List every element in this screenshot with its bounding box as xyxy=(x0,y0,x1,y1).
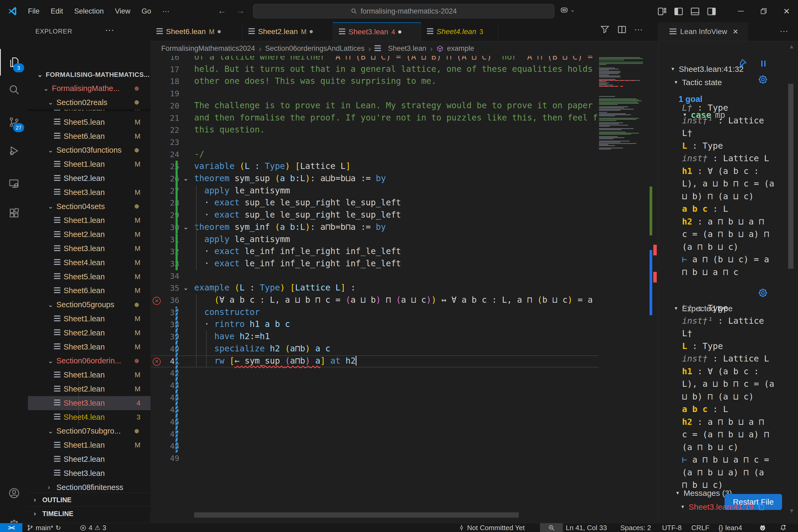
breadcrumb-item-3[interactable]: example xyxy=(447,44,474,53)
code-line-39[interactable]: 39 have h2:=h1 xyxy=(151,331,598,343)
tree-file-sheet1lean[interactable]: Sheet1.leanM xyxy=(28,438,151,452)
code-line-18[interactable]: 18other one does! This was quite surpris… xyxy=(151,76,598,88)
activity-source-control-icon[interactable]: 27 xyxy=(0,109,28,135)
tree-file-sheet1lean[interactable]: Sheet1.leanM xyxy=(28,312,151,326)
code-editor[interactable]: 16of a lattice where neither `A ⊓ (B ⊔ C… xyxy=(151,56,598,512)
menu-item-5[interactable]: ··· xyxy=(157,0,175,22)
tree-file-sheet4lean[interactable]: Sheet4.leanM xyxy=(28,255,151,270)
nav-forward-icon[interactable]: → xyxy=(236,6,245,16)
code-line-28[interactable]: 28 · exact sup_le le_sup_right le_sup_le… xyxy=(151,197,598,209)
tree-folder-section03functions[interactable]: ⌄Section03functions xyxy=(28,143,151,157)
infoview-scrollbar[interactable] xyxy=(788,84,794,269)
tree-folder-section02reals[interactable]: ⌄Section02reals xyxy=(28,95,151,110)
tab-sheet3lean[interactable]: Sheet3.lean4 xyxy=(333,22,421,41)
activity-run-debug-icon[interactable] xyxy=(0,137,28,164)
fold-chevron-icon[interactable]: ⌄ xyxy=(183,284,189,291)
code-line-37[interactable]: 37 constructor xyxy=(151,307,598,319)
tree-file-sheet3lean[interactable]: Sheet3.lean4 xyxy=(28,396,151,410)
infoview-tab[interactable]: Lean InfoView ✕ xyxy=(658,22,748,41)
tree-file-sheet1lean[interactable]: Sheet1.leanM xyxy=(28,213,151,227)
scroll-down-icon[interactable]: ▼ xyxy=(789,508,795,514)
tree-file-sheet1lean[interactable]: Sheet1.leanM xyxy=(28,368,151,382)
code-line-34[interactable]: 34 xyxy=(151,270,598,283)
scroll-up-icon[interactable]: ▲ xyxy=(789,43,795,50)
code-line-35[interactable]: 35⌄example (L : Type) [Lattice L] : xyxy=(151,282,598,294)
account-icon[interactable] xyxy=(0,480,28,507)
activity-explorer-icon[interactable]: 3 xyxy=(0,49,28,76)
messages-header[interactable]: ▼ Messages (3) xyxy=(676,487,732,499)
tree-file-sheet1lean[interactable]: Sheet1.leanM xyxy=(28,157,151,171)
code-line-19[interactable]: 19 xyxy=(151,88,598,100)
tree-file-sheet3lean[interactable]: Sheet3.leanM xyxy=(28,185,151,200)
tree-folder-formalisingmathe[interactable]: ⌄FormalisingMathe... xyxy=(28,81,151,95)
dirty-dot-icon[interactable] xyxy=(398,30,401,34)
nav-back-icon[interactable]: ← xyxy=(217,6,226,16)
language-mode-item[interactable]: {} lean4 xyxy=(719,523,742,532)
settings-gear-icon[interactable] xyxy=(757,74,768,85)
tree-file-sheet2lean[interactable]: Sheet2.lean xyxy=(28,452,151,466)
code-line-44[interactable]: 44 xyxy=(151,392,598,404)
commit-status-item[interactable]: Not Committed Yet xyxy=(458,523,525,532)
eol-item[interactable]: CRLF xyxy=(691,523,709,532)
code-line-21[interactable]: 21and then formalise the proof. If you'r… xyxy=(151,112,598,125)
menu-item-0[interactable]: File xyxy=(22,0,45,22)
code-line-43[interactable]: 43 xyxy=(151,380,598,392)
editor-more-icon[interactable]: ··· xyxy=(634,24,643,34)
code-line-42[interactable]: 42 xyxy=(151,367,598,380)
breadcrumb-item-2[interactable]: Sheet3.lean xyxy=(388,44,426,53)
tree-file-sheet5lean[interactable]: Sheet5.leanM xyxy=(28,115,151,129)
settings-gear-icon[interactable] xyxy=(757,287,768,299)
pause-icon[interactable] xyxy=(759,59,768,68)
horizontal-scrollbar[interactable] xyxy=(194,512,519,518)
github-item[interactable] xyxy=(759,523,766,532)
tree-file-sheet3lean[interactable]: Sheet3.leanM xyxy=(28,340,151,354)
toggle-secondary-sidebar-icon[interactable] xyxy=(706,6,717,17)
window-minimize-icon[interactable] xyxy=(729,0,752,22)
tree-file-sheet2lean[interactable]: Sheet2.leanM xyxy=(28,382,151,396)
code-line-48[interactable]: 48 xyxy=(151,440,598,453)
tree-file-sheet4lean[interactable]: Sheet4.lean3 xyxy=(28,410,151,424)
remote-indicator[interactable]: >< xyxy=(0,523,22,532)
tree-root[interactable]: ⌄FORMALISING-MATHEMATICS... xyxy=(28,68,151,82)
code-line-38[interactable]: 38 · rintro h1 a b c xyxy=(151,319,598,331)
tree-file-sheet2lean[interactable]: Sheet2.leanM xyxy=(28,227,151,242)
tree-file-sheet3lean[interactable]: Sheet3.lean xyxy=(28,466,151,480)
indentation-item[interactable]: Spaces: 2 xyxy=(620,523,651,532)
code-line-27[interactable]: 27 apply le_antisymm xyxy=(151,185,598,197)
dirty-dot-icon[interactable] xyxy=(217,30,221,33)
tree-file-sheet5lean[interactable]: Sheet5.leanM xyxy=(28,270,151,284)
outline-section-header[interactable]: › OUTLINE xyxy=(28,493,151,507)
breadcrumb-item-0[interactable]: FormalisingMathematics2024 xyxy=(161,44,255,53)
copilot-icon[interactable]: ⌄ xyxy=(560,5,575,14)
code-line-20[interactable]: 20The challenge is to prove it in Lean. … xyxy=(151,100,598,112)
zoom-indicator[interactable] xyxy=(540,523,563,532)
toggle-primary-sidebar-icon[interactable] xyxy=(673,6,684,17)
timeline-section-header[interactable]: › TIMELINE xyxy=(28,507,151,520)
code-line-46[interactable]: 46 xyxy=(151,416,598,428)
cursor-position-item[interactable]: Ln 41, Col 33 xyxy=(566,523,607,532)
fold-chevron-icon[interactable]: ⌄ xyxy=(183,174,189,182)
code-line-33[interactable]: 33 · exact le_inf inf_le_right inf_le_le… xyxy=(151,258,598,270)
window-restore-icon[interactable] xyxy=(752,0,775,22)
tree-file-sheet6lean[interactable]: Sheet6.leanM xyxy=(28,284,151,298)
minimap[interactable] xyxy=(598,56,644,512)
code-line-41[interactable]: ✕41 rw [← sym_sup (a⊓b) a] at h2 xyxy=(151,355,598,367)
tree-folder-section07subgro[interactable]: ⌄Section07subgro... xyxy=(28,424,151,438)
customize-layout-icon[interactable] xyxy=(657,6,667,17)
tactic-state-header[interactable]: ▼ Tactic state xyxy=(674,76,722,89)
code-line-47[interactable]: 47 xyxy=(151,428,598,440)
code-line-29[interactable]: 29 · exact sup_le le_sup_right le_sup_le… xyxy=(151,209,598,222)
code-line-45[interactable]: 45 xyxy=(151,404,598,416)
tab-sheet2lean[interactable]: Sheet2.leanM xyxy=(243,22,333,41)
code-line-24[interactable]: 24-/ xyxy=(151,149,598,161)
code-line-40[interactable]: 40 specialize h2 (a⊓b) a c xyxy=(151,343,598,355)
activity-remote-explorer-icon[interactable] xyxy=(0,171,28,197)
tree-file-sheet2lean[interactable]: Sheet2.leanM xyxy=(28,326,151,340)
code-line-49[interactable]: 49 xyxy=(151,453,598,465)
code-line-22[interactable]: 22this question. xyxy=(151,124,598,136)
infoview-more-icon[interactable]: ··· xyxy=(780,26,788,36)
split-editor-icon[interactable] xyxy=(617,25,627,34)
menu-item-1[interactable]: Edit xyxy=(45,0,69,22)
code-line-26[interactable]: 26⌄theorem sym_sup (a b:L): a⊔b=b⊔a := b… xyxy=(151,173,598,185)
copy-file-icon[interactable] xyxy=(757,503,765,511)
